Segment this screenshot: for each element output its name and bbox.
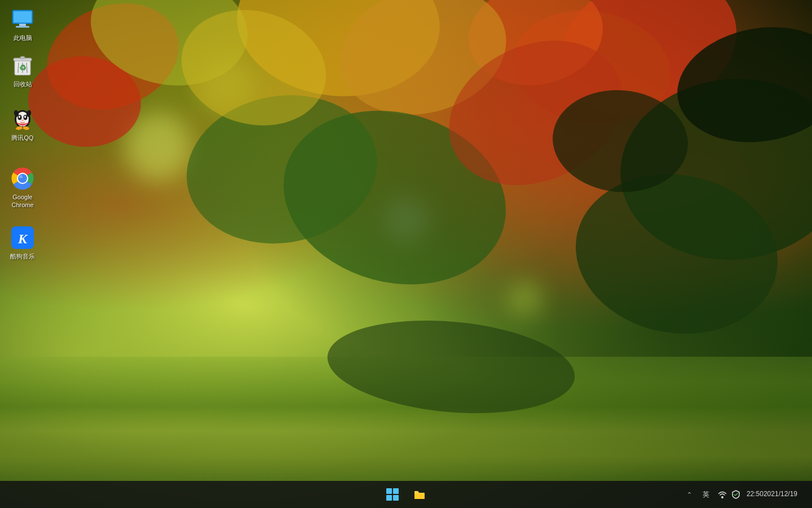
water-reflection [0,357,812,481]
bokeh-1 [124,113,192,181]
qq-icon [10,107,35,132]
svg-text:♻: ♻ [19,63,27,72]
windows-logo-icon [386,488,399,501]
taskbar: ⌃ 英 2 [0,481,812,508]
recycle-bin-icon: ♻ [10,53,35,78]
language-label: 英 [703,490,709,500]
clock-button[interactable]: 22:50 2021/12/19 [744,489,800,500]
svg-rect-20 [16,26,29,28]
language-indicator[interactable]: 英 [698,489,714,500]
svg-point-42 [18,174,27,183]
kuwo-icon: K [10,225,35,250]
file-explorer-button[interactable] [407,482,432,507]
svg-point-33 [19,116,20,118]
desktop: 此电脑 ♻ 回收站 [0,0,812,508]
taskbar-right: ⌃ 英 2 [685,489,812,500]
network-icon [718,490,727,499]
clock-time: 22:50 [747,490,764,499]
bokeh-2 [383,198,429,243]
svg-line-27 [27,63,27,73]
svg-text:K: K [17,231,28,246]
desktop-icon-chrome[interactable]: Google Chrome [2,164,43,212]
svg-rect-24 [20,56,25,59]
recycle-bin-label: 回收站 [14,80,32,88]
svg-point-43 [19,175,23,178]
show-hidden-icons-button[interactable]: ⌃ [685,489,695,500]
start-button[interactable] [380,482,405,507]
security-icon-button[interactable] [731,489,741,500]
kuwo-label: 酷狗音乐 [10,252,35,260]
bokeh-4 [197,56,254,113]
desktop-icon-qq[interactable]: 腾讯QQ [2,104,43,144]
clock-date: 2021/12/19 [764,490,797,499]
folder-icon [413,489,426,500]
svg-point-34 [24,116,26,118]
shield-icon [731,490,740,499]
svg-rect-18 [14,11,32,23]
svg-point-35 [21,120,24,121]
desktop-icon-kuwo[interactable]: K 酷狗音乐 [2,223,43,262]
taskbar-center [380,482,432,507]
show-desktop-button[interactable] [803,489,807,500]
desktop-icon-this-pc[interactable]: 此电脑 [2,5,43,44]
this-pc-icon [10,7,35,32]
chevron-up-icon: ⌃ [687,491,692,498]
this-pc-label: 此电脑 [14,34,32,42]
network-icon-button[interactable] [717,489,727,500]
chrome-icon [10,166,35,191]
qq-label: 腾讯QQ [11,134,33,142]
svg-rect-19 [19,24,26,26]
bokeh-3 [508,282,541,316]
desktop-icon-recycle-bin[interactable]: ♻ 回收站 [2,51,43,90]
svg-point-46 [721,496,723,498]
chrome-label: Google Chrome [5,193,41,209]
